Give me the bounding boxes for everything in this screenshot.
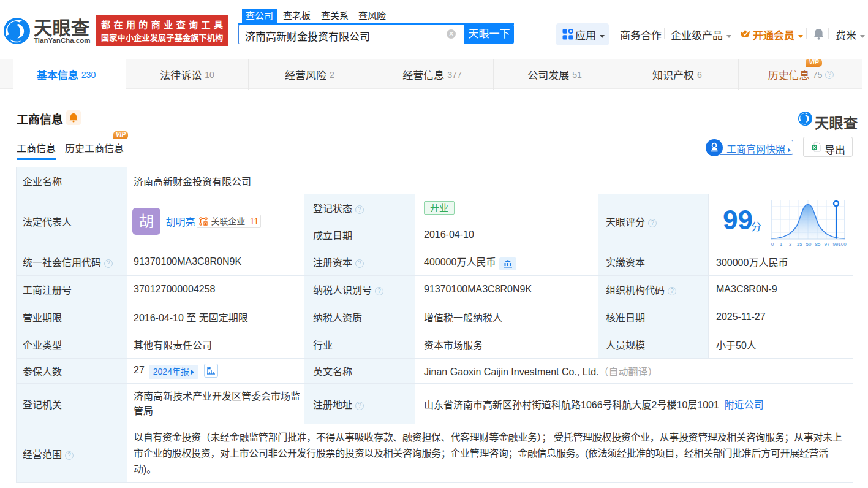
svg-text:97: 97 (825, 242, 830, 247)
svg-text:1: 1 (780, 242, 783, 247)
svg-text:85: 85 (815, 242, 821, 247)
svg-text:100: 100 (838, 242, 847, 247)
svg-text:0: 0 (771, 242, 774, 247)
svg-text:50: 50 (806, 242, 812, 247)
svg-text:3: 3 (789, 242, 792, 247)
svg-text:15: 15 (797, 242, 802, 247)
